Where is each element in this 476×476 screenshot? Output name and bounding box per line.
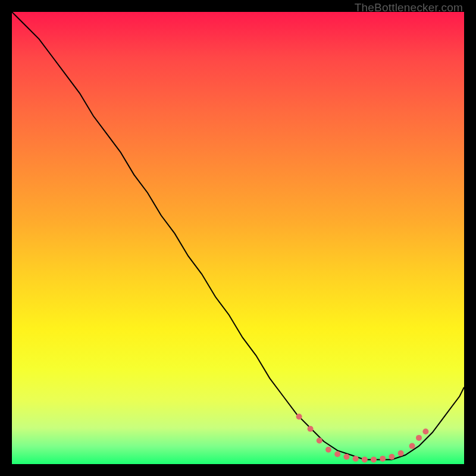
marker-dot xyxy=(389,454,394,460)
marker-dot xyxy=(308,426,314,432)
marker-dot xyxy=(343,454,349,460)
marker-dot xyxy=(422,428,428,434)
marker-dot xyxy=(296,414,302,419)
curve-line xyxy=(12,12,464,459)
marker-dot xyxy=(380,456,386,462)
chart-svg xyxy=(12,12,464,464)
marker-dot xyxy=(398,450,404,456)
marker-dot xyxy=(325,447,331,453)
marker-dot xyxy=(362,456,368,462)
chart-frame: TheBottlenecker.com xyxy=(0,0,476,476)
marker-dot xyxy=(334,451,340,457)
marker-dot xyxy=(409,443,415,449)
marker-dot xyxy=(416,435,422,441)
marker-dots xyxy=(296,414,429,462)
plot-area xyxy=(12,12,464,464)
marker-dot xyxy=(371,456,377,462)
marker-dot xyxy=(317,438,322,444)
marker-dot xyxy=(353,456,359,462)
